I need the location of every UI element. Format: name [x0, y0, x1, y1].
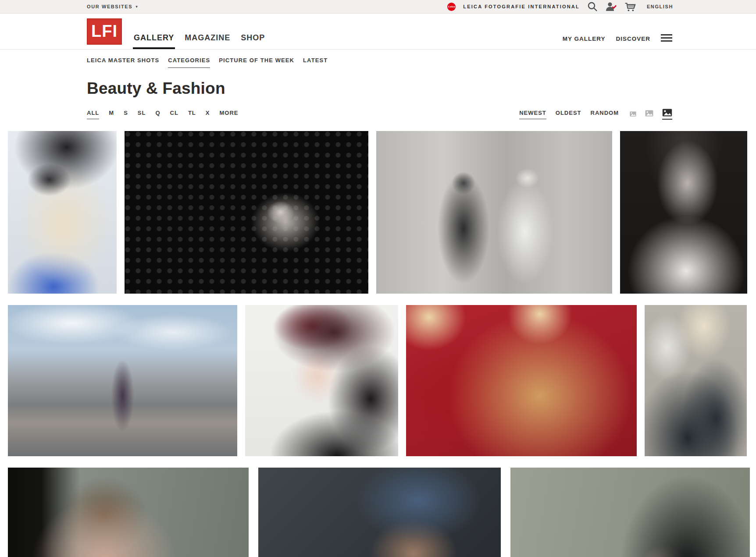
menu-icon[interactable] — [661, 34, 672, 42]
filter-tl[interactable]: TL — [188, 110, 196, 119]
camera-filter-list: ALL M S SL Q CL TL X MORE — [87, 110, 238, 119]
nav-tab-gallery[interactable]: GALLERY — [133, 14, 175, 49]
account-icon[interactable] — [605, 1, 617, 12]
topbar-right-group: Leica LEICA FOTOGRAFIE INTERNATIONAL ENG… — [447, 1, 673, 12]
thumb-size-small-icon[interactable] — [630, 111, 636, 120]
subnav-picture-of-the-week[interactable]: PICTURE OF THE WEEK — [219, 57, 294, 68]
nav-tab-magazine[interactable]: MAGAZINE — [184, 14, 231, 49]
grid-row-2 — [8, 305, 748, 456]
toolbar: ALL M S SL Q CL TL X MORE NEWEST OLDEST … — [0, 109, 756, 120]
cart-icon[interactable] — [624, 1, 636, 12]
header-right-group: MY GALLERY DISCOVER — [563, 14, 672, 49]
subnav-latest[interactable]: LATEST — [303, 57, 328, 68]
filter-q[interactable]: Q — [155, 110, 160, 119]
gallery-photo-4[interactable] — [620, 131, 747, 294]
subnav-categories[interactable]: CATEGORIES — [168, 57, 210, 68]
top-utility-bar: OUR WEBSITES ▾ Leica LEICA FOTOGRAFIE IN… — [0, 0, 756, 14]
nav-tab-shop[interactable]: SHOP — [240, 14, 266, 49]
filter-m[interactable]: M — [109, 110, 114, 119]
thumb-size-large-icon[interactable] — [662, 109, 672, 120]
search-icon[interactable] — [587, 1, 598, 12]
gallery-photo-11[interactable] — [510, 468, 750, 557]
sort-random[interactable]: RANDOM — [591, 110, 619, 119]
filter-all[interactable]: ALL — [87, 110, 99, 119]
leica-badge-text: Leica — [448, 5, 455, 8]
gallery-photo-1[interactable] — [8, 131, 117, 294]
sort-controls: NEWEST OLDEST RANDOM — [519, 109, 672, 120]
lfi-logo[interactable]: LFI — [87, 18, 122, 45]
gallery-photo-6[interactable] — [245, 305, 398, 456]
brand-label: LEICA FOTOGRAFIE INTERNATIONAL — [463, 4, 580, 9]
discover-link[interactable]: DISCOVER — [616, 35, 650, 42]
subnav-leica-master-shots[interactable]: LEICA MASTER SHOTS — [87, 57, 159, 68]
sort-newest[interactable]: NEWEST — [519, 110, 546, 119]
our-websites-dropdown[interactable]: OUR WEBSITES ▾ — [87, 4, 138, 9]
main-nav: GALLERY MAGAZINE SHOP — [133, 14, 266, 49]
grid-row-3 — [8, 468, 748, 557]
caret-down-icon: ▾ — [136, 5, 138, 9]
gallery-photo-9[interactable] — [8, 468, 249, 557]
filter-cl[interactable]: CL — [170, 110, 178, 119]
leica-logo-icon[interactable]: Leica — [447, 3, 456, 11]
gallery-photo-2[interactable] — [125, 131, 368, 294]
my-gallery-link[interactable]: MY GALLERY — [563, 35, 606, 42]
gallery-photo-5[interactable] — [8, 305, 237, 456]
filter-x[interactable]: X — [206, 110, 210, 119]
page-title: Beauty & Fashion — [0, 79, 756, 98]
grid-row-1 — [8, 131, 748, 294]
gallery-photo-8[interactable] — [645, 305, 747, 456]
our-websites-label: OUR WEBSITES — [87, 4, 132, 9]
gallery-photo-7[interactable] — [406, 305, 637, 456]
filter-s[interactable]: S — [124, 110, 128, 119]
filter-sl[interactable]: SL — [138, 110, 146, 119]
gallery-photo-3[interactable] — [376, 131, 612, 294]
photo-grid — [8, 131, 748, 557]
filter-more[interactable]: MORE — [219, 110, 238, 119]
main-header: LFI GALLERY MAGAZINE SHOP MY GALLERY DIS… — [0, 14, 756, 50]
header-left-group: LFI GALLERY MAGAZINE SHOP — [87, 14, 266, 49]
thumb-size-medium-icon[interactable] — [645, 110, 653, 120]
sort-oldest[interactable]: OLDEST — [556, 110, 581, 119]
language-selector[interactable]: ENGLISH — [647, 4, 673, 9]
gallery-subnav: LEICA MASTER SHOTS CATEGORIES PICTURE OF… — [0, 57, 756, 68]
gallery-photo-10[interactable] — [258, 468, 501, 557]
thumbnail-size-switcher — [630, 109, 672, 120]
